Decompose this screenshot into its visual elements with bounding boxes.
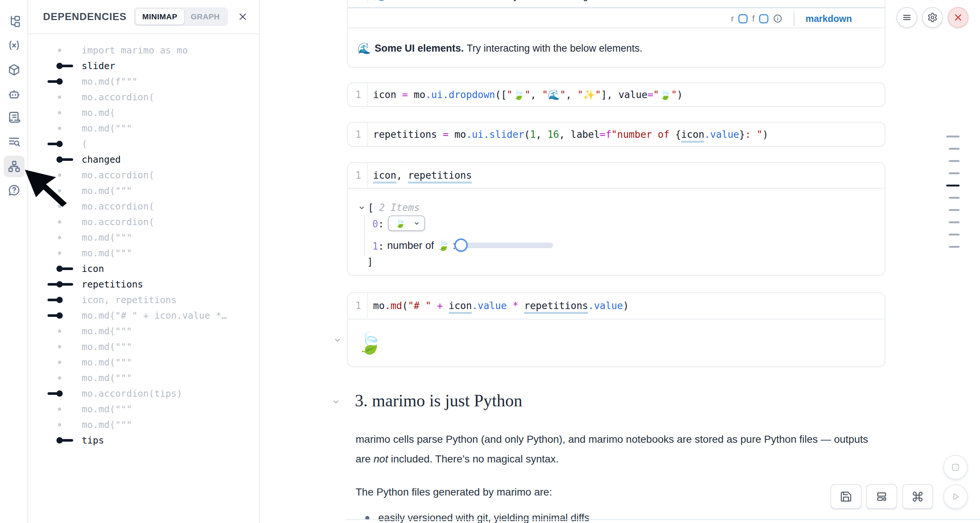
minimap-item-label: mo.md("# " + icon.value *… [82,310,227,321]
minimap-item[interactable]: import marimo as mo [28,42,259,58]
robot-icon [8,87,21,100]
scroll-dash[interactable] [949,197,959,199]
cell-marker-icon [48,370,74,386]
minimap-item[interactable]: icon, repetitions [28,292,259,308]
sidebar-item-variables[interactable] [8,38,21,52]
cell-marker-icon [48,354,74,370]
minimap-item[interactable]: mo.accordion( [28,167,259,183]
minimap-item-label: mo.accordion( [82,170,154,180]
code-line: mo.md("# " + icon.value * repetitions.va… [368,300,629,311]
tab-graph[interactable]: GRAPH [184,9,226,24]
sidebar-item-packages[interactable] [8,63,21,77]
chevron-down-icon[interactable] [333,336,342,344]
minimap-item[interactable]: ( [28,136,259,151]
sidebar-item-ai-assistant[interactable] [8,87,21,100]
minimap-item[interactable]: mo.md(f""" [28,73,259,89]
chevron-down-icon[interactable] [332,398,340,406]
stop-button[interactable] [943,455,968,480]
info-icon[interactable] [773,14,783,23]
run-button[interactable] [943,485,968,509]
scroll-dash-active[interactable] [946,185,959,187]
minimap-item[interactable]: tips [28,432,259,448]
shutdown-button[interactable] [948,7,969,28]
cell-repetitions-slider[interactable]: 1 repetitions = mo.ui.slider(1, 16, labe… [347,122,885,147]
output-bold-text: Some UI elements. [375,43,464,54]
sidebar-item-dependencies[interactable] [8,160,21,173]
line-number: 1 [348,293,368,318]
stop-square-icon [950,462,961,472]
cell-markdown-ui-elements[interactable]: 1 🌊 Some UI elements. Try interacting wi… [347,0,885,68]
leaf-emoji: 🍃 [357,331,383,356]
list-search-icon [8,135,21,148]
minimap-item[interactable]: changed [28,151,259,167]
slider-track[interactable] [461,242,553,248]
slider-label: number of 🍃 : [387,239,455,252]
minimap-item-label: mo.accordion(tips) [82,388,182,399]
cell-md-heading[interactable]: 1 mo.md("# " + icon.value * repetitions.… [347,292,885,367]
scroll-dash[interactable] [949,234,959,236]
layout-button[interactable] [866,484,897,509]
minimap-item[interactable]: mo.md(""" [28,401,259,417]
command-palette-button[interactable] [902,484,933,509]
cell-icon-dropdown[interactable]: 1 icon = mo.ui.dropdown(["🍃", "🌊", "✨"],… [347,83,885,107]
cell-editor[interactable]: 1 icon, repetitions [348,163,885,187]
minimap-item[interactable]: mo.accordion( [28,214,259,230]
cell-editor[interactable]: 1 icon = mo.ui.dropdown(["🍃", "🌊", "✨"],… [348,83,885,106]
cell-editor[interactable]: 1 mo.md("# " + icon.value * repetitions.… [348,293,885,318]
hamburger-icon [902,12,912,23]
minimap-item[interactable]: mo.md(""" [28,339,259,354]
minimap-item[interactable]: repetitions [28,276,259,292]
scroll-dash[interactable] [946,136,959,137]
minimap-item[interactable]: mo.md(""" [28,354,259,370]
scroll-dash[interactable] [949,148,959,150]
language-toggle[interactable]: markdown [805,13,852,24]
minimap-item[interactable]: slider [28,58,259,73]
minimap-item[interactable]: mo.md(""" [28,417,259,432]
wave-emoji: 🌊 [358,42,371,54]
minimap-item[interactable]: mo.md( [28,105,259,120]
notebook-menu-button[interactable] [896,7,917,28]
minimap-item[interactable]: mo.md("# " + icon.value *… [28,308,259,323]
sidebar-item-file-explorer[interactable] [8,14,21,28]
icon-dropdown-select[interactable]: 🍃 [388,215,425,231]
code-line: 🌊 Some UI elements. Try interacting with… [368,0,734,1]
scroll-dash[interactable] [949,209,959,211]
reactive-checkbox[interactable] [738,14,748,23]
slider-knob[interactable] [454,238,468,252]
minimap-item[interactable]: mo.md(""" [28,245,259,261]
save-button[interactable] [830,484,862,509]
close-x-icon [953,12,963,23]
marimo-app: DEPENDENCIES MINIMAP GRAPH import marimo… [0,0,980,523]
minimap-item[interactable]: mo.accordion( [28,89,259,105]
sidebar-item-help[interactable] [8,183,21,197]
sidebar-item-snippets[interactable] [8,111,21,124]
minimap-item[interactable]: mo.md(""" [28,323,259,339]
scroll-dash[interactable] [949,160,959,162]
cell-editor[interactable]: 1 repetitions = mo.ui.slider(1, 16, labe… [348,123,885,146]
scroll-icon [8,111,21,124]
minimap-item[interactable]: icon [28,261,259,276]
sidebar-item-logs[interactable] [8,135,21,148]
cell-marker-icon [48,183,74,198]
panel-close-button[interactable] [236,10,250,23]
minimap-item[interactable]: mo.md(""" [28,230,259,245]
cell-editor[interactable]: 1 🌊 Some UI elements. Try interacting wi… [348,0,885,3]
minimap-item[interactable]: mo.md(""" [28,370,259,386]
cell-marker-icon [48,58,74,73]
format-checkbox[interactable] [759,14,768,23]
toolbar-divider [794,11,794,26]
minimap-item[interactable]: mo.accordion( [28,198,259,214]
cell-expression[interactable]: 1 icon, repetitions [ 2 Items 0: 🍃 1: nu… [347,162,885,276]
scroll-dash[interactable] [949,222,959,223]
minimap-item[interactable]: mo.accordion(tips) [28,386,259,401]
section-heading: 3. marimo is just Python [355,391,522,410]
chevron-down-icon[interactable] [358,204,365,211]
settings-button[interactable] [922,7,943,28]
scroll-dash[interactable] [949,246,959,248]
scroll-dash[interactable] [949,172,959,174]
reactive-flag-label: r [731,13,734,24]
minimap-item[interactable]: mo.md(""" [28,120,259,136]
minimap-item[interactable]: mo.md(""" [28,183,259,198]
tab-minimap[interactable]: MINIMAP [135,9,184,24]
cell-marker-icon [48,276,74,292]
